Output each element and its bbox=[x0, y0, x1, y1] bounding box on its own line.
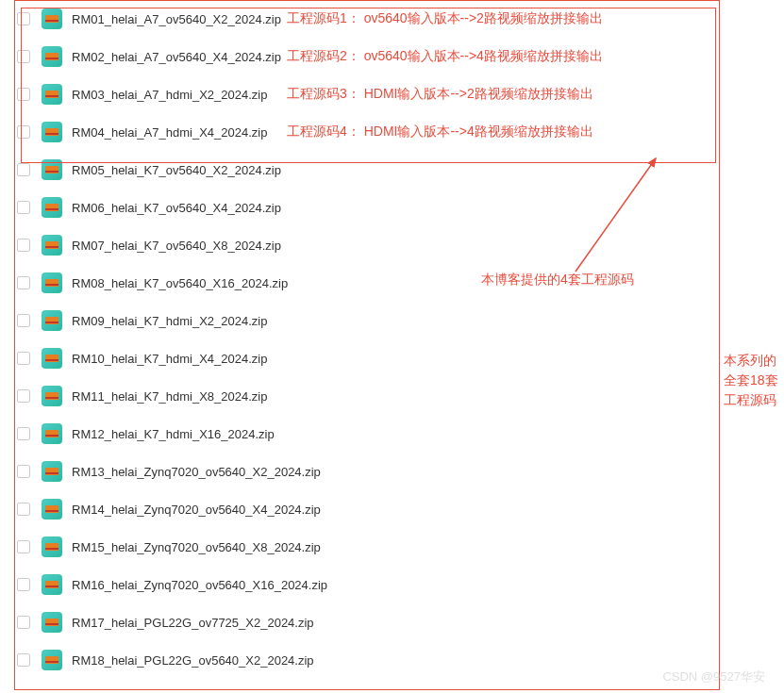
zip-file-icon bbox=[42, 386, 62, 406]
zip-file-icon bbox=[42, 122, 62, 142]
checkbox[interactable] bbox=[17, 239, 30, 252]
file-name[interactable]: RM16_helai_Zynq7020_ov5640_X16_2024.zip bbox=[72, 578, 327, 592]
zip-file-icon bbox=[42, 574, 62, 595]
file-name[interactable]: RM11_helai_K7_hdmi_X8_2024.zip bbox=[72, 389, 267, 404]
file-name[interactable]: RM07_helai_K7_ov5640_X8_2024.zip bbox=[72, 239, 281, 253]
checkbox[interactable] bbox=[17, 201, 30, 214]
file-name[interactable]: RM15_helai_Zynq7020_ov5640_X8_2024.zip bbox=[72, 540, 321, 554]
file-row[interactable]: RM12_helai_K7_hdmi_X16_2024.zip bbox=[17, 415, 784, 453]
file-name[interactable]: RM05_helai_K7_ov5640_X2_2024.zip bbox=[72, 163, 281, 177]
zip-file-icon bbox=[42, 46, 62, 67]
file-row[interactable]: RM14_helai_Zynq7020_ov5640_X4_2024.zip bbox=[17, 490, 784, 528]
file-row[interactable]: RM06_helai_K7_ov5640_X4_2024.zip bbox=[17, 189, 784, 226]
file-name[interactable]: RM18_helai_PGL22G_ov5640_X2_2024.zip bbox=[72, 653, 314, 668]
file-name[interactable]: RM01_helai_A7_ov5640_X2_2024.zip bbox=[72, 12, 281, 26]
file-row[interactable]: RM05_helai_K7_ov5640_X2_2024.zip bbox=[17, 151, 784, 189]
checkbox[interactable] bbox=[17, 653, 30, 667]
row-annotation: 工程源码4： HDMI输入版本-->4路视频缩放拼接输出 bbox=[287, 124, 593, 140]
checkbox[interactable] bbox=[17, 276, 30, 289]
file-row[interactable]: RM13_helai_Zynq7020_ov5640_X2_2024.zip bbox=[17, 453, 784, 490]
file-name[interactable]: RM08_helai_K7_ov5640_X16_2024.zip bbox=[72, 276, 288, 290]
checkbox[interactable] bbox=[17, 389, 30, 403]
zip-file-icon bbox=[42, 423, 62, 444]
checkbox[interactable] bbox=[17, 314, 30, 327]
file-row[interactable]: RM16_helai_Zynq7020_ov5640_X16_2024.zip bbox=[17, 566, 784, 603]
zip-file-icon bbox=[42, 8, 62, 29]
file-name[interactable]: RM10_helai_K7_hdmi_X4_2024.zip bbox=[72, 352, 267, 366]
file-row[interactable]: RM17_helai_PGL22G_ov7725_X2_2024.zip bbox=[17, 603, 784, 641]
checkbox[interactable] bbox=[17, 465, 30, 478]
checkbox[interactable] bbox=[17, 540, 30, 553]
callout-label: 本博客提供的4套工程源码 bbox=[481, 272, 634, 289]
file-name[interactable]: RM09_helai_K7_hdmi_X2_2024.zip bbox=[72, 314, 267, 328]
file-row[interactable]: RM10_helai_K7_hdmi_X4_2024.zip bbox=[17, 339, 784, 377]
file-name[interactable]: RM02_helai_A7_ov5640_X4_2024.zip bbox=[72, 50, 281, 64]
file-name[interactable]: RM17_helai_PGL22G_ov7725_X2_2024.zip bbox=[72, 616, 314, 630]
zip-file-icon bbox=[42, 499, 62, 520]
zip-file-icon bbox=[42, 197, 62, 218]
file-name[interactable]: RM14_helai_Zynq7020_ov5640_X4_2024.zip bbox=[72, 503, 321, 517]
file-name[interactable]: RM13_helai_Zynq7020_ov5640_X2_2024.zip bbox=[72, 465, 321, 479]
file-row[interactable]: RM09_helai_K7_hdmi_X2_2024.zip bbox=[17, 302, 784, 339]
checkbox[interactable] bbox=[17, 578, 30, 591]
file-name[interactable]: RM12_helai_K7_hdmi_X16_2024.zip bbox=[72, 427, 275, 441]
zip-file-icon bbox=[42, 159, 62, 180]
checkbox[interactable] bbox=[17, 427, 30, 440]
zip-file-icon bbox=[42, 84, 62, 105]
file-name[interactable]: RM03_helai_A7_hdmi_X2_2024.zip bbox=[72, 88, 267, 102]
file-list: RM01_helai_A7_ov5640_X2_2024.zip工程源码1： o… bbox=[0, 0, 784, 679]
checkbox[interactable] bbox=[17, 50, 30, 63]
zip-file-icon bbox=[42, 650, 62, 670]
zip-file-icon bbox=[42, 310, 62, 331]
row-annotation: 工程源码1： ov5640输入版本-->2路视频缩放拼接输出 bbox=[287, 10, 603, 27]
file-row[interactable]: RM01_helai_A7_ov5640_X2_2024.zip工程源码1： o… bbox=[17, 0, 784, 38]
file-row[interactable]: RM02_helai_A7_ov5640_X4_2024.zip工程源码2： o… bbox=[17, 38, 784, 75]
checkbox[interactable] bbox=[17, 616, 30, 629]
file-name[interactable]: RM04_helai_A7_hdmi_X4_2024.zip bbox=[72, 125, 267, 140]
zip-file-icon bbox=[42, 536, 62, 557]
checkbox[interactable] bbox=[17, 125, 30, 139]
file-row[interactable]: RM04_helai_A7_hdmi_X4_2024.zip工程源码4： HDM… bbox=[17, 113, 784, 151]
checkbox[interactable] bbox=[17, 88, 30, 101]
file-row[interactable]: RM03_helai_A7_hdmi_X2_2024.zip工程源码3： HDM… bbox=[17, 75, 784, 113]
row-annotation: 工程源码2： ov5640输入版本-->4路视频缩放拼接输出 bbox=[287, 48, 603, 65]
zip-file-icon bbox=[42, 612, 62, 633]
file-name[interactable]: RM06_helai_K7_ov5640_X4_2024.zip bbox=[72, 201, 281, 215]
checkbox[interactable] bbox=[17, 163, 30, 176]
file-row[interactable]: RM11_helai_K7_hdmi_X8_2024.zip bbox=[17, 377, 784, 415]
row-annotation: 工程源码3： HDMI输入版本-->2路视频缩放拼接输出 bbox=[287, 86, 593, 103]
watermark: CSDN @9527华安 bbox=[662, 668, 765, 685]
file-row[interactable]: RM07_helai_K7_ov5640_X8_2024.zip bbox=[17, 226, 784, 264]
zip-file-icon bbox=[42, 272, 62, 293]
zip-file-icon bbox=[42, 461, 62, 482]
file-row[interactable]: RM15_helai_Zynq7020_ov5640_X8_2024.zip bbox=[17, 528, 784, 566]
file-row[interactable]: RM08_helai_K7_ov5640_X16_2024.zip bbox=[17, 264, 784, 302]
zip-file-icon bbox=[42, 235, 62, 256]
checkbox[interactable] bbox=[17, 503, 30, 516]
zip-file-icon bbox=[42, 348, 62, 369]
checkbox[interactable] bbox=[17, 12, 30, 25]
checkbox[interactable] bbox=[17, 352, 30, 365]
